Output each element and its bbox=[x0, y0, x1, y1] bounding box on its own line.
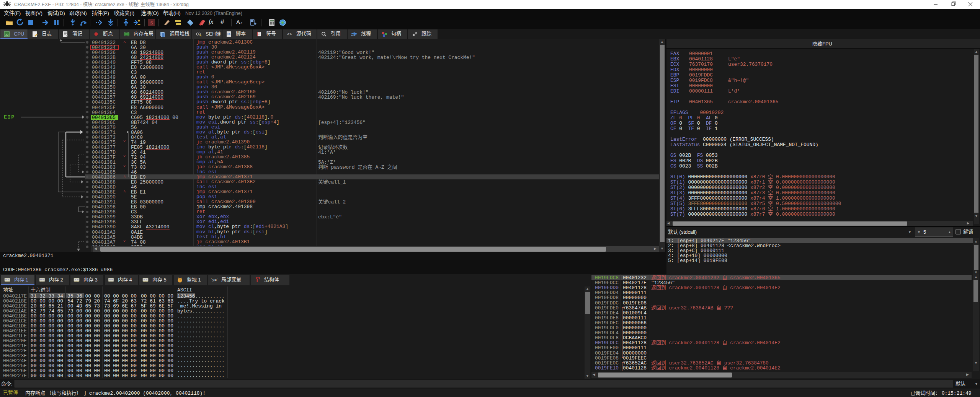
svg-text:[x=]: [x=] bbox=[211, 278, 217, 283]
svg-text:<>: <> bbox=[287, 32, 292, 37]
svg-text:32: 32 bbox=[5, 33, 9, 36]
svg-text:S: S bbox=[150, 20, 153, 26]
svg-text:<>: <> bbox=[227, 33, 231, 36]
svg-text:!: ! bbox=[200, 34, 201, 37]
